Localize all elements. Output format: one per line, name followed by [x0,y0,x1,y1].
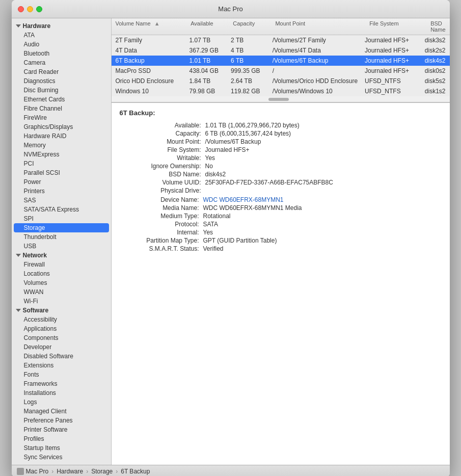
sidebar-item-memory[interactable]: Memory [12,141,111,150]
close-button[interactable] [18,6,24,12]
row-fs: Journaled HFS+ [365,47,425,54]
sidebar-item-sata[interactable]: SATA/SATA Express [12,205,111,214]
minimize-button[interactable] [27,6,33,12]
sidebar-item-locations[interactable]: Locations [12,269,111,278]
scrollbar-thumb[interactable] [268,98,289,101]
row-available: 438.04 GB [189,67,231,74]
sidebar-item-nvmexpress[interactable]: NVMExpress [12,150,111,159]
sidebar-item-accessibility[interactable]: Accessibility [12,315,111,324]
row-mount: / [273,67,365,74]
hardware-label: Hardware [23,22,51,30]
breadcrumb-item-2[interactable]: Hardware [57,468,83,475]
table-row[interactable]: Windows 10 79.98 GB 119.82 GB /Volumes/W… [112,86,450,96]
breadcrumb-item-4[interactable]: 6T Backup [121,468,150,475]
table-row[interactable]: Orico HDD Enclosure 1.84 TB 2.64 TB /Vol… [112,76,450,86]
table-row[interactable]: MacPro SSD 438.04 GB 999.35 GB / Journal… [112,66,450,76]
sidebar-item-installations[interactable]: Installations [12,388,111,398]
sidebar-item-components[interactable]: Components [12,333,111,342]
sidebar-item-usb[interactable]: USB [12,242,111,251]
sidebar-item-audio[interactable]: Audio [12,40,111,49]
row-mount: /Volumes/2T Family [273,37,365,44]
sidebar-item-power[interactable]: Power [12,177,111,187]
row-volume: 4T Data [116,47,189,54]
col-header-volume[interactable]: Volume Name ▲ [116,20,191,33]
maximize-button[interactable] [36,6,42,12]
software-label: Software [23,307,49,314]
row-available: 1.07 TB [189,37,231,44]
detail-value-protocol: SATA [203,221,442,228]
sidebar-item-preference-panes[interactable]: Preference Panes [12,416,111,425]
main-panel: Volume Name ▲ Available Capacity Mount P… [112,18,450,465]
row-available: 1.01 TB [189,57,231,64]
detail-title: 6T Backup: [120,109,442,117]
col-header-capacity[interactable]: Capacity [233,20,275,33]
sidebar-item-sync-services[interactable]: Sync Services [12,453,111,462]
table-row[interactable]: 2T Family 1.07 TB 2 TB /Volumes/2T Famil… [112,35,450,45]
table-row[interactable]: 4T Data 367.29 GB 4 TB /Volumes/4T Data … [112,45,450,56]
col-header-fs[interactable]: File System [369,20,430,33]
sidebar-item-logs[interactable]: Logs [12,398,111,407]
detail-value-available: 1.01 TB (1,006,279,966,720 bytes) [205,122,442,129]
sidebar-item-sas[interactable]: SAS [12,196,111,205]
sidebar-item-applications[interactable]: Applications [12,324,111,333]
sidebar-item-firewire[interactable]: FireWire [12,113,111,122]
row-bsd: disk4s2 [425,57,446,64]
sidebar-item-developer[interactable]: Developer [12,342,111,352]
sidebar-item-wwan[interactable]: WWAN [12,287,111,297]
sidebar-item-printer-software[interactable]: Printer Software [12,425,111,434]
sidebar-item-hardware-raid[interactable]: Hardware RAID [12,131,111,141]
detail-value-medium-type: Rotational [203,213,442,220]
sidebar-item-fibre-channel[interactable]: Fibre Channel [12,104,111,113]
row-available: 1.84 TB [189,77,231,85]
detail-label-protocol: Protocol: [128,221,199,228]
sidebar-item-graphics-displays[interactable]: Graphics/Displays [12,122,111,131]
sidebar-item-disc-burning[interactable]: Disc Burning [12,86,111,95]
sidebar-item-printers[interactable]: Printers [12,187,111,196]
breadcrumb-item-3[interactable]: Storage [91,468,113,475]
row-available: 79.98 GB [189,88,231,95]
sidebar-item-pci[interactable]: PCI [12,159,111,168]
sidebar-item-managed-client[interactable]: Managed Client [12,407,111,416]
sidebar-item-volumes[interactable]: Volumes [12,278,111,287]
sidebar-item-bluetooth[interactable]: Bluetooth [12,49,111,58]
sidebar-section-software[interactable]: Software [12,306,111,315]
physical-drive-detail: Device Name: WDC WD60EFRX-68MYMN1 Media … [128,196,442,252]
sidebar-item-storage[interactable]: Storage [14,223,109,232]
breadcrumb-item-1[interactable]: Mac Pro [26,468,49,475]
detail-label-capacity: Capacity: [120,130,201,137]
detail-value-media-name: WDC WD60EFRX-68MYMN1 Media [203,204,442,211]
col-header-mount[interactable]: Mount Point [275,20,369,33]
sidebar-item-camera[interactable]: Camera [12,58,111,67]
table-row-selected[interactable]: 6T Backup 1.01 TB 6 TB /Volumes/6T Backu… [112,56,450,66]
sidebar-item-thunderbolt[interactable]: Thunderbolt [12,232,111,242]
sidebar-item-extensions[interactable]: Extensions [12,361,111,370]
sidebar-item-spi[interactable]: SPI [12,214,111,223]
sidebar-item-ata[interactable]: ATA [12,31,111,40]
detail-value-writable: Yes [205,154,442,162]
sidebar-item-diagnostics[interactable]: Diagnostics [12,76,111,86]
detail-value-capacity: 6 TB (6,000,315,367,424 bytes) [205,130,442,137]
hardware-triangle-icon [16,24,21,28]
sidebar-item-startup-items[interactable]: Startup Items [12,443,111,453]
sidebar-section-hardware[interactable]: Hardware [12,21,111,31]
sidebar-item-firewall[interactable]: Firewall [12,260,111,269]
detail-label-physical-drive: Physical Drive: [120,187,201,194]
col-header-available[interactable]: Available [191,20,233,33]
sidebar-item-ethernet-cards[interactable]: Ethernet Cards [12,95,111,104]
sidebar-section-network[interactable]: Network [12,251,111,260]
sidebar-item-fonts[interactable]: Fonts [12,370,111,379]
sidebar-item-disabled-software[interactable]: Disabled Software [12,352,111,361]
sidebar-item-profiles[interactable]: Profiles [12,434,111,443]
col-header-bsd[interactable]: BSD Name [430,20,445,33]
detail-value-device-name[interactable]: WDC WD60EFRX-68MYMN1 [203,196,442,203]
sidebar-item-card-reader[interactable]: Card Reader [12,67,111,76]
detail-label-available: Available: [120,122,201,129]
sidebar-item-parallel-scsi[interactable]: Parallel SCSI [12,168,111,177]
horizontal-scrollbar[interactable] [112,96,450,102]
row-bsd: disk5s2 [425,77,446,85]
row-mount: /Volumes/Windows 10 [273,88,365,95]
network-label: Network [23,252,47,259]
sidebar-item-wifi[interactable]: Wi-Fi [12,297,111,306]
breadcrumb-separator: › [116,468,118,475]
sidebar-item-frameworks[interactable]: Frameworks [12,379,111,388]
